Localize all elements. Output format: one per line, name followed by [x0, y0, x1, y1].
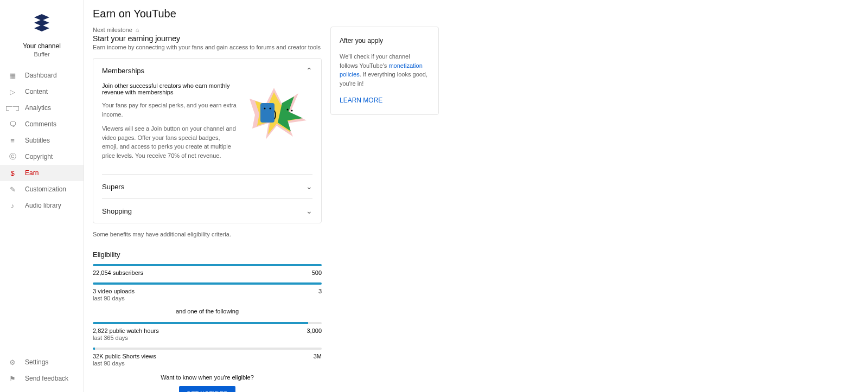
- metric-target: 3M: [314, 353, 322, 359]
- milestone-label: Next milestone: [93, 27, 132, 33]
- accordion-title: Shopping: [102, 207, 132, 215]
- metric-subscribers: 22,054 subscribers500: [93, 264, 322, 276]
- sidebar-label: Subtitles: [25, 137, 50, 144]
- sidebar-item-dashboard[interactable]: ▦Dashboard: [0, 67, 84, 83]
- analytics-icon: ⫍⫎: [8, 103, 17, 113]
- sidebar-label: Audio library: [25, 202, 61, 209]
- metric-target: 3,000: [307, 327, 322, 334]
- accordion-title: Supers: [102, 183, 124, 191]
- journey-subtitle: Earn income by connecting with your fans…: [93, 44, 322, 50]
- sidebar-label: Customization: [25, 185, 66, 193]
- svg-point-7: [264, 108, 266, 110]
- sidebar-item-subtitles[interactable]: ≡Subtitles: [0, 132, 84, 149]
- sidebar-label: Dashboard: [25, 72, 57, 79]
- next-milestone: Next milestone ⌂: [93, 27, 322, 33]
- svg-point-9: [287, 109, 289, 111]
- content-icon: ▷: [8, 87, 17, 97]
- sidebar-item-customization[interactable]: ✎Customization: [0, 181, 84, 197]
- journey-title: Start your earning journey: [93, 34, 322, 43]
- memberships-illustration: [244, 82, 312, 142]
- after-apply-card: After you apply We'll check if your chan…: [330, 27, 439, 115]
- channel-account: Buffer: [34, 51, 49, 57]
- get-notified-button[interactable]: GET NOTIFIED: [179, 386, 236, 392]
- sidebar-label: Analytics: [25, 104, 51, 112]
- sidebar-item-analytics[interactable]: ⫍⫎Analytics: [0, 100, 84, 116]
- memberships-p1: Your fans pay for special perks, and you…: [102, 101, 237, 119]
- customization-icon: ✎: [8, 184, 17, 194]
- audio-icon: ♪: [8, 201, 17, 210]
- sidebar-label: Settings: [25, 358, 48, 366]
- dashboard-icon: ▦: [8, 70, 17, 80]
- info-text: We'll check if your channel follows YouT…: [340, 52, 430, 88]
- channel-logo-icon: [34, 14, 49, 33]
- info-title: After you apply: [340, 37, 430, 44]
- copyright-icon: ⓒ: [8, 152, 17, 162]
- and-one-label: and one of the following: [93, 308, 322, 314]
- sidebar: Your channel Buffer ▦Dashboard ▷Content …: [0, 0, 84, 392]
- sidebar-item-feedback[interactable]: ⚑Send feedback: [0, 370, 84, 387]
- memberships-p2: Viewers will see a Join button on your c…: [102, 124, 237, 160]
- metric-period: last 90 days: [93, 360, 322, 367]
- svg-point-10: [291, 110, 293, 112]
- learn-more-link[interactable]: LEARN MORE: [340, 97, 382, 104]
- metric-period: last 365 days: [93, 335, 322, 341]
- earn-card: Memberships ⌃ Join other successful crea…: [93, 58, 322, 223]
- metric-shorts-views: 32K public Shorts views3M last 90 days: [93, 348, 322, 367]
- settings-icon: ⚙: [8, 357, 17, 367]
- metric-uploads: 3 video uploads3 last 90 days: [93, 282, 322, 301]
- sidebar-label: Content: [25, 88, 48, 95]
- memberships-headline: Join other successful creators who earn …: [102, 82, 237, 95]
- metric-target: 3: [318, 288, 322, 294]
- sidebar-item-content[interactable]: ▷Content: [0, 83, 84, 100]
- sidebar-label: Send feedback: [25, 375, 68, 382]
- svg-point-8: [270, 108, 271, 110]
- accordion-memberships-body: Join other successful creators who earn …: [102, 82, 312, 174]
- accordion-supers-head[interactable]: Supers ⌄: [102, 175, 312, 198]
- sidebar-label: Earn: [25, 169, 39, 177]
- cta-text: Want to know when you're eligible?: [93, 374, 322, 381]
- metric-label: 2,822 public watch hours: [93, 327, 159, 334]
- chevron-down-icon: ⌄: [306, 207, 312, 215]
- sidebar-label: Copyright: [25, 153, 53, 160]
- page-title: Earn on YouTube: [93, 8, 859, 20]
- svg-marker-2: [34, 25, 49, 31]
- accordion-title: Memberships: [102, 67, 144, 75]
- earn-icon: $: [8, 168, 17, 178]
- sidebar-label: Comments: [25, 120, 56, 128]
- lock-icon: ⌂: [136, 27, 139, 33]
- channel-block: Your channel Buffer: [0, 10, 84, 67]
- feedback-icon: ⚑: [8, 374, 17, 383]
- chevron-down-icon: ⌄: [306, 182, 312, 191]
- sidebar-item-earn[interactable]: $Earn: [0, 165, 84, 181]
- metric-target: 500: [312, 269, 322, 276]
- benefits-footnote: Some benefits may have additional eligib…: [93, 231, 322, 237]
- sidebar-item-audio-library[interactable]: ♪Audio library: [0, 197, 84, 214]
- channel-name: Your channel: [23, 42, 61, 50]
- nav: ▦Dashboard ▷Content ⫍⫎Analytics 🗨Comment…: [0, 67, 84, 214]
- svg-rect-6: [260, 103, 275, 123]
- sidebar-item-comments[interactable]: 🗨Comments: [0, 116, 84, 132]
- subtitles-icon: ≡: [8, 136, 17, 145]
- chevron-up-icon: ⌃: [306, 66, 312, 75]
- metric-label: 3 video uploads: [93, 288, 135, 294]
- eligibility-title: Eligibility: [93, 250, 322, 259]
- metric-period: last 90 days: [93, 295, 322, 301]
- sidebar-item-settings[interactable]: ⚙Settings: [0, 354, 84, 370]
- comments-icon: 🗨: [8, 119, 17, 129]
- metric-label: 22,054 subscribers: [93, 269, 143, 276]
- metric-watch-hours: 2,822 public watch hours3,000 last 365 d…: [93, 322, 322, 341]
- sidebar-item-copyright[interactable]: ⓒCopyright: [0, 149, 84, 165]
- metric-label: 32K public Shorts views: [93, 353, 156, 359]
- accordion-shopping-head[interactable]: Shopping ⌄: [102, 199, 312, 223]
- accordion-memberships-head[interactable]: Memberships ⌃: [102, 59, 312, 82]
- main: Earn on YouTube Next milestone ⌂ Start y…: [84, 0, 868, 392]
